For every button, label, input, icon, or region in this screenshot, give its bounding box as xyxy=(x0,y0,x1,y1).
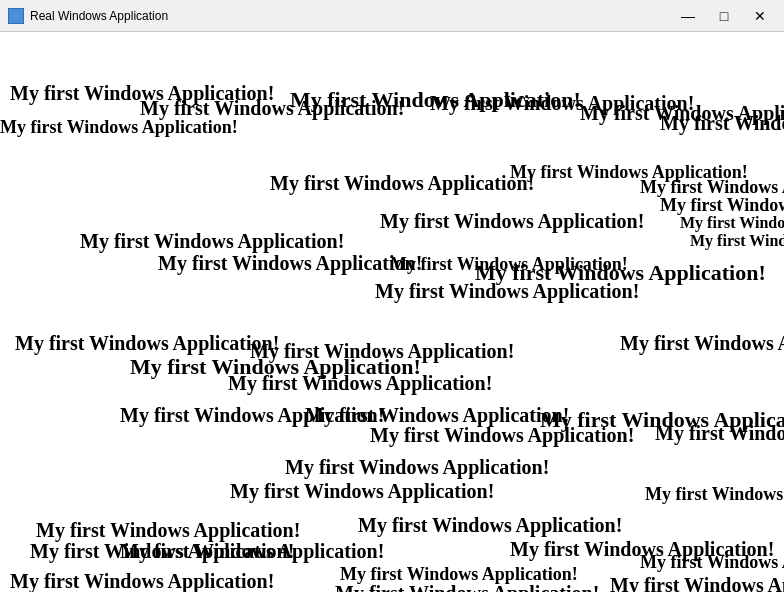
app-text-instance: My first Windows Application! xyxy=(36,519,300,542)
app-text-instance: My first Windows Application! xyxy=(690,232,784,250)
app-icon xyxy=(8,8,24,24)
close-button[interactable]: ✕ xyxy=(744,6,776,26)
app-text-instance: My first Windows Application! xyxy=(660,195,784,216)
app-text-instance: My first Windows Application! xyxy=(10,570,274,592)
titlebar-left: Real Windows Application xyxy=(8,8,168,24)
minimize-button[interactable]: — xyxy=(672,6,704,26)
app-text-instance: My first Windows Application! xyxy=(15,332,279,355)
titlebar: Real Windows Application — □ ✕ xyxy=(0,0,784,32)
app-text-instance: My first Windows Application! xyxy=(610,574,784,592)
app-text-instance: My first Windows Application! xyxy=(230,480,494,503)
app-text-instance: My first Windows Application! xyxy=(380,210,644,233)
app-text-instance: My first Windows Application! xyxy=(285,456,549,479)
app-text-instance: My first Windows Application! xyxy=(620,332,784,355)
app-text-instance: My first Windows Application! xyxy=(660,112,784,135)
app-text-instance: My first Windows Application! xyxy=(640,552,784,573)
app-text-instance: My first Windows Application! xyxy=(120,540,384,563)
content-area: My first Windows Application!My first Wi… xyxy=(0,32,784,592)
app-text-instance: My first Windows Application! xyxy=(375,280,639,303)
window-title: Real Windows Application xyxy=(30,9,168,23)
app-text-instance: My first Windows Application! xyxy=(228,372,492,395)
titlebar-controls: — □ ✕ xyxy=(672,6,776,26)
app-text-instance: My first Windows Application! xyxy=(270,172,534,195)
app-text-instance: My first Windows Application! xyxy=(80,230,344,253)
app-text-instance: My first Windows Application! xyxy=(158,252,422,275)
maximize-button[interactable]: □ xyxy=(708,6,740,26)
app-text-instance: My first Windows Application! xyxy=(0,117,238,138)
app-text-instance: My first Windows Application! xyxy=(655,422,784,445)
app-text-instance: My first Windows Application! xyxy=(680,214,784,232)
app-text-instance: My first Windows Application! xyxy=(358,514,622,537)
app-text-instance: My first Windows Application! xyxy=(645,484,784,505)
